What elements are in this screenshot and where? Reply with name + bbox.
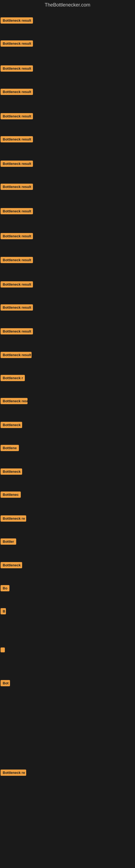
bottleneck-badge-18[interactable]: Bottleneck (1, 422, 22, 428)
bottleneck-badge-21[interactable]: Bottlenec (1, 492, 21, 498)
badge-row-25: Bo (1, 585, 9, 592)
bottleneck-badge-6[interactable]: Bottleneck result (1, 136, 33, 143)
badge-row-19: Bottlene (1, 445, 19, 452)
badge-row-22: Bottleneck re (1, 516, 26, 523)
bottleneck-badge-4[interactable]: Bottleneck result (1, 89, 33, 95)
badge-row-15: Bottleneck result (1, 352, 32, 359)
badge-row-21: Bottlenec (1, 492, 21, 499)
badge-row-13: Bottleneck result (1, 304, 33, 312)
bottleneck-badge-16[interactable]: Bottleneck r (1, 375, 25, 381)
bottleneck-badge-24[interactable]: Bottleneck (1, 562, 22, 568)
badge-row-18: Bottleneck (1, 422, 22, 429)
badge-row-29: Bottleneck re (1, 770, 26, 777)
bottleneck-badge-11[interactable]: Bottleneck result (1, 257, 33, 263)
badge-row-5: Bottleneck result (1, 113, 33, 120)
badge-row-20: Bottleneck (1, 468, 22, 476)
badge-row-10: Bottleneck result (1, 233, 33, 240)
site-title: TheBottlenecker.com (45, 0, 90, 10)
bottleneck-badge-14[interactable]: Bottleneck result (1, 328, 33, 335)
badge-row-23: Bottler (1, 538, 16, 546)
bottleneck-badge-7[interactable]: Bottleneck result (1, 161, 33, 167)
bottleneck-badge-22[interactable]: Bottleneck re (1, 516, 26, 522)
bottleneck-badge-12[interactable]: Bottleneck result (1, 281, 33, 287)
bottleneck-badge-1[interactable]: Bottleneck result (1, 18, 33, 24)
bottleneck-badge-3[interactable]: Bottleneck result (1, 65, 33, 72)
bottleneck-badge-10[interactable]: Bottleneck result (1, 233, 33, 239)
badge-row-26: B (1, 608, 6, 616)
badge-row-28: Bot (1, 680, 10, 687)
badge-row-4: Bottleneck result (1, 89, 33, 96)
badge-row-2: Bottleneck result (1, 40, 33, 48)
bottleneck-badge-28[interactable]: Bot (1, 680, 10, 686)
badges-container: Bottleneck resultBottleneck resultBottle… (0, 10, 135, 865)
bottleneck-badge-19[interactable]: Bottlene (1, 445, 19, 451)
bottleneck-badge-13[interactable]: Bottleneck result (1, 304, 33, 311)
badge-row-14: Bottleneck result (1, 328, 33, 336)
badge-row-8: Bottleneck result (1, 184, 33, 191)
badge-row-1: Bottleneck result (1, 18, 33, 25)
badge-row-9: Bottleneck result (1, 208, 33, 215)
bottleneck-badge-26[interactable]: B (1, 608, 6, 614)
badge-row-27 (1, 648, 5, 653)
bottleneck-badge-29[interactable]: Bottleneck re (1, 770, 26, 776)
bottleneck-badge-20[interactable]: Bottleneck (1, 468, 22, 475)
badge-row-24: Bottleneck (1, 562, 22, 569)
bottleneck-badge-9[interactable]: Bottleneck result (1, 208, 33, 214)
badge-row-7: Bottleneck result (1, 161, 33, 168)
badge-row-12: Bottleneck result (1, 281, 33, 289)
bottleneck-badge-15[interactable]: Bottleneck result (1, 352, 32, 358)
site-title-container: TheBottlenecker.com (0, 0, 135, 10)
badge-row-16: Bottleneck r (1, 375, 25, 382)
badge-row-11: Bottleneck result (1, 257, 33, 264)
bottleneck-badge-5[interactable]: Bottleneck result (1, 113, 33, 119)
bottleneck-badge-23[interactable]: Bottler (1, 538, 16, 545)
badge-row-3: Bottleneck result (1, 65, 33, 73)
badge-row-17: Bottleneck resu (1, 398, 28, 405)
bottleneck-badge-27[interactable] (1, 648, 5, 652)
bottleneck-badge-2[interactable]: Bottleneck result (1, 40, 33, 46)
bottleneck-badge-25[interactable]: Bo (1, 585, 9, 591)
badge-row-6: Bottleneck result (1, 136, 33, 144)
bottleneck-badge-8[interactable]: Bottleneck result (1, 184, 33, 190)
bottleneck-badge-17[interactable]: Bottleneck resu (1, 398, 28, 404)
